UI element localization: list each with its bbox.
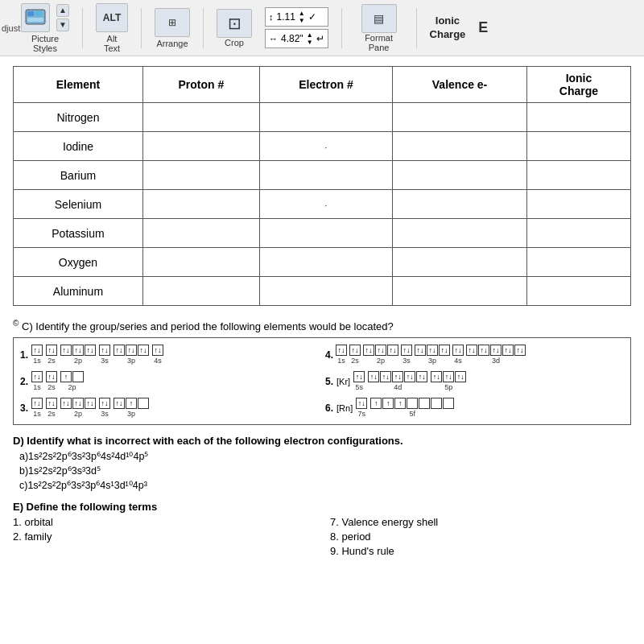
alt-text-icon[interactable]: ALT [96,3,128,32]
cell [142,248,259,277]
term-9: 9. Hund's rule [330,545,631,557]
box: ↑↓ [387,345,398,356]
box: ↑↓ [375,345,386,356]
orbital-3-2s: ↑↓ 2s [46,398,57,418]
box [407,398,418,409]
col-proton: Proton # [142,67,259,103]
cell [393,103,527,132]
box: ↑↓ [368,371,379,382]
measurement-value-1: 1.11 [277,11,295,23]
cell [259,103,392,132]
config-item-4: 4. ↑↓ 1s ↑↓ 2s [325,345,624,365]
box: ↑↓ [349,345,361,356]
box: ↑↓ [152,345,163,356]
format-pane-icon[interactable]: ▤ [361,4,397,33]
orbital-4-2s: ↑↓ 2s [349,345,361,365]
config-label-3: 3. [20,402,28,414]
box: ↑↓ [336,345,347,356]
config-label-2: 2. [20,376,28,387]
section-e: E) Define the following terms 1. orbital… [13,501,631,559]
box: ↑↓ [46,345,57,356]
cell [393,219,527,248]
config-a: a)1s²2s²2p⁶3s²3p⁶4s²4d¹⁰4p⁵ [19,450,631,462]
box: ↑ [60,371,72,382]
box: ↑↓ [455,371,466,382]
adjust-label: djust [2,23,20,33]
table-row: Oxygen [14,248,631,277]
table-row: Aluminum [14,277,631,306]
picture-styles-up[interactable]: ▲ [56,4,69,17]
cell [526,248,630,277]
col-electron: Electron # [259,67,392,103]
picture-styles-down[interactable]: ▼ [56,19,69,31]
box: ↑↓ [60,398,72,409]
orbital-5-5s: ↑↓ 5s [353,371,365,391]
term-7: 7. Valence energy shell [330,516,631,528]
box: ↑↓ [138,345,149,356]
cell [393,161,527,190]
box: ↑↓ [85,398,96,409]
element-selenium: Selenium [14,190,143,219]
table-row: Iodine · [14,132,631,161]
cell [526,132,630,161]
table-row: Barium [14,161,631,190]
config-c: c)1s²2s²2p⁶3s²3p⁶4s¹3d¹⁰4p³ [19,479,631,491]
crop-icon[interactable]: ⊡ [217,9,252,38]
box: ↑ [382,398,394,409]
orbital-4-4s: ↑↓ 4s [452,345,464,365]
cell [142,190,259,219]
cell [526,277,630,306]
box: ↑↓ [392,371,403,382]
ionic-charge-section: IonicCharge [430,14,466,42]
format-pane-label: FormatPane [365,33,393,52]
cell [526,219,630,248]
config-item-3: 3. ↑↓ 1s ↑↓ 2s [20,398,319,418]
picture-styles-section: ▲ ▼ PictureStyles [21,3,69,53]
svg-rect-3 [27,18,43,22]
box: ↑↓ [85,345,96,356]
measurement-box-2[interactable]: ↔ 4.82" ▲▼ ↵ [265,29,328,48]
box: ↑↓ [404,371,415,382]
section-c: © C) Identify the group/series and perio… [13,319,631,425]
box [72,371,84,382]
orbital-4-3s: ↑↓ 3s [401,345,412,365]
orbital-3-2p: ↑↓ ↑↓ ↑↓ 2p [60,398,96,418]
box [419,398,430,409]
box: ↑↓ [31,398,43,409]
cell: · [259,190,392,219]
box: ↑ [394,398,406,409]
cell [259,161,392,190]
config-item-1: 1. ↑↓ 1s ↑↓ 2s [20,345,319,365]
box [443,398,454,409]
term-2: 2. family [13,530,314,543]
table-row: Selenium · [14,190,631,219]
cell [526,103,630,132]
box: ↑↓ [380,371,391,382]
orbital-3-3s: ↑↓ 3s [99,398,110,418]
config-item-6: 6. [Rn] ↑↓ 7s ↑ ↑ ↑ [325,398,624,418]
orbital-2s: ↑↓ 2s [46,345,57,365]
cell [393,190,527,219]
box: ↑↓ [401,345,412,356]
config-b: b)1s²2s²2p⁶3s³3d⁵ [19,464,631,477]
config-item-2: 2. ↑↓ 1s ↑↓ 2s [20,371,319,391]
orbital-4-3d: ↑↓ ↑↓ ↑↓ ↑↓ ↑↓ 3d [466,345,526,365]
arrange-label: Arrange [156,39,188,48]
orbital-6-7s: ↑↓ 7s [356,398,367,418]
e-label: E [478,19,488,36]
box: ↑↓ [114,345,125,356]
orbital-3-1s: ↑↓ 1s [31,398,43,418]
measurement-box-1[interactable]: ↕ 1.11 ▲▼ ✓ [265,7,328,27]
electron-configs-box: 1. ↑↓ 1s ↑↓ 2s [13,337,631,425]
config-label-6: 6. [325,402,333,414]
element-iodine: Iodine [14,132,143,161]
orbital-1s: ↑↓ 1s [31,345,43,365]
box: ↑↓ [353,371,365,382]
cell [393,132,527,161]
arrange-icon[interactable]: ⊞ [155,8,190,37]
toolbar: djust ▲ ▼ PictureStyles ALT AltText ⊞ [0,0,644,56]
picture-styles-icon[interactable] [21,3,50,32]
box: ↑ [126,398,137,409]
config-item-5: 5. [Kr] ↑↓ 5s ↑↓ ↑↓ ↑↓ ↑↓ [325,371,624,391]
orbital-4-3p: ↑↓ ↑↓ ↑↓ 3p [415,345,450,365]
